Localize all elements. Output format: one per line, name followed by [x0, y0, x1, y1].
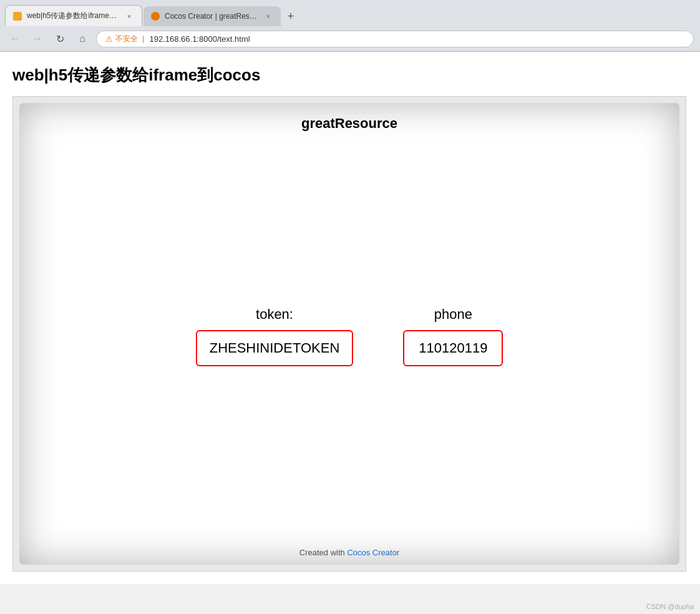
token-label: token:	[256, 306, 293, 323]
forward-icon: →	[32, 33, 42, 44]
tab-favicon-1	[13, 12, 22, 21]
page-content: web|h5传递参数给iframe到cocos greatResource to…	[0, 52, 700, 584]
reload-button[interactable]: ↻	[51, 30, 69, 47]
security-warning: ⚠ 不安全 |	[105, 34, 144, 44]
home-icon: ⌂	[79, 33, 85, 44]
iframe-wrapper: greatResource token: ZHESHINIDETOKEN pho…	[12, 96, 686, 572]
phone-value-box: 110120119	[403, 330, 503, 366]
token-value-box: ZHESHINIDETOKEN	[196, 330, 354, 366]
page-title: web|h5传递参数给iframe到cocos	[12, 64, 688, 86]
cocos-title: greatResource	[301, 115, 397, 132]
address-bar-row: ← → ↻ ⌂ ⚠ 不安全 | 192.168.66.1:8000/text.h…	[0, 26, 700, 51]
cocos-container: greatResource token: ZHESHINIDETOKEN pho…	[19, 103, 679, 565]
forward-button[interactable]: →	[29, 30, 46, 47]
tab-favicon-2	[151, 12, 160, 21]
url-text: 192.168.66.1:8000/text.html	[149, 34, 250, 44]
phone-label: phone	[434, 306, 472, 323]
security-label: 不安全	[115, 34, 138, 44]
data-display: token: ZHESHINIDETOKEN phone 110120119	[196, 306, 503, 366]
cocos-creator-link[interactable]: Cocos Creator	[347, 548, 399, 557]
tab-inactive[interactable]: Cocos Creator | greatResource ×	[143, 6, 281, 26]
warning-icon: ⚠	[105, 34, 113, 44]
browser-chrome: web|h5传递参数给iframe到cocos × Cocos Creator …	[0, 0, 700, 52]
address-bar[interactable]: ⚠ 不安全 | 192.168.66.1:8000/text.html	[96, 31, 694, 47]
home-button[interactable]: ⌂	[74, 30, 91, 47]
tab-close-2[interactable]: ×	[263, 11, 273, 21]
tab-label-1: web|h5传递参数给iframe到cocos	[27, 11, 119, 21]
tab-bar: web|h5传递参数给iframe到cocos × Cocos Creator …	[0, 0, 700, 26]
back-button[interactable]: ←	[6, 30, 24, 47]
tab-label-2: Cocos Creator | greatResource	[165, 12, 258, 21]
footer-text: Created with	[299, 548, 348, 557]
reload-icon: ↻	[56, 33, 64, 45]
token-field: token: ZHESHINIDETOKEN	[196, 306, 354, 366]
tab-close-1[interactable]: ×	[124, 11, 134, 21]
new-tab-button[interactable]: +	[282, 7, 299, 25]
tab-active[interactable]: web|h5传递参数给iframe到cocos ×	[5, 5, 142, 26]
back-icon: ←	[10, 33, 20, 44]
cocos-game-area: token: ZHESHINIDETOKEN phone 110120119	[19, 132, 679, 540]
phone-field: phone 110120119	[403, 306, 503, 366]
watermark: CSDN @dupha	[646, 603, 694, 610]
cocos-footer: Created with Cocos Creator	[292, 540, 407, 565]
